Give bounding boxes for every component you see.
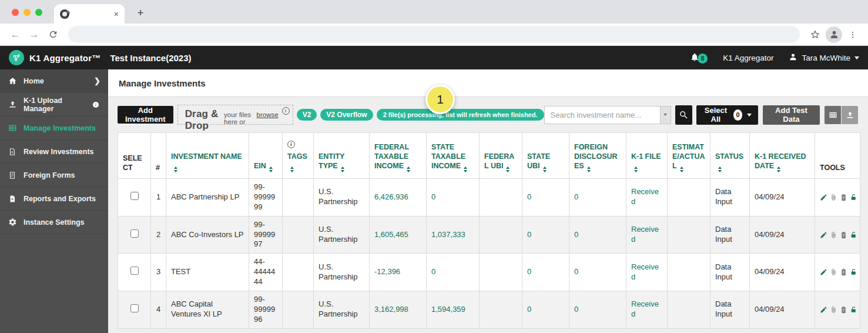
tags-info-icon[interactable]: i bbox=[287, 141, 295, 148]
edit-icon[interactable] bbox=[820, 194, 827, 201]
sidebar-item-reports-and-exports[interactable]: Reports and Exports bbox=[0, 187, 108, 211]
column-header-k1-file[interactable]: K-1 FILE bbox=[626, 133, 668, 179]
sidebar-item-k-1-upload-manager[interactable]: K-1 Upload Manager bbox=[0, 93, 108, 116]
browser-profile-avatar[interactable] bbox=[826, 26, 842, 43]
clipboard-icon[interactable] bbox=[840, 268, 847, 276]
cell-k1-received-date: 04/09/24 bbox=[750, 216, 815, 254]
column-header-select: SELECT bbox=[118, 133, 151, 179]
cell-entity-type: U.S. Partnership bbox=[314, 179, 370, 217]
clipboard-icon[interactable] bbox=[840, 231, 847, 239]
row-checkbox[interactable] bbox=[130, 192, 139, 200]
tab-close-icon[interactable]: × bbox=[114, 10, 119, 18]
row-checkbox[interactable] bbox=[130, 267, 139, 275]
unlock-icon[interactable] bbox=[850, 268, 857, 276]
search-input[interactable] bbox=[544, 106, 661, 124]
report-icon bbox=[8, 195, 17, 203]
column-label: STATE TAXABLE INCOME bbox=[431, 143, 465, 170]
add-investment-button[interactable]: Add Investment bbox=[118, 106, 173, 124]
v2-badge: V2 bbox=[297, 109, 317, 121]
add-test-data-button[interactable]: Add Test Data bbox=[763, 105, 820, 125]
clipboard-icon[interactable] bbox=[840, 306, 847, 314]
column-label: FEDERAL UBI bbox=[484, 152, 514, 170]
app-header: K1 Aggregator™ Test Instance(2023) 8 K1 … bbox=[0, 46, 868, 69]
unlock-icon[interactable] bbox=[850, 306, 857, 314]
home-icon bbox=[8, 76, 17, 85]
column-header-state-ubi[interactable]: STATE UBI bbox=[522, 133, 569, 179]
sort-icon bbox=[269, 166, 273, 172]
column-header-tags[interactable]: iTAGS bbox=[283, 133, 314, 179]
column-header-federal-taxable-income[interactable]: FEDERAL TAXABLE INCOME bbox=[370, 133, 427, 179]
column-header-estimate-actual[interactable]: ESTIMATE/ACTUAL bbox=[668, 133, 711, 179]
processing-status-badge: 2 file(s) processing, list will refresh … bbox=[377, 109, 544, 121]
column-header-ein[interactable]: EIN bbox=[249, 133, 283, 179]
column-label: K-1 FILE bbox=[631, 152, 661, 161]
more-icon[interactable] bbox=[860, 231, 860, 239]
browser-menu-icon[interactable] bbox=[844, 26, 861, 43]
browser-nav-bar: ← → bbox=[0, 24, 868, 46]
cell-status: Data Input bbox=[711, 254, 750, 291]
file-dropzone[interactable]: Drag & Drop your files here or browse i bbox=[177, 105, 293, 125]
dropzone-info-icon[interactable]: i bbox=[282, 107, 290, 115]
forward-icon[interactable]: → bbox=[26, 26, 42, 43]
cell-k1-file: Received bbox=[626, 216, 668, 254]
select-all-button[interactable]: Select All 0 bbox=[696, 105, 758, 125]
clipboard-icon[interactable] bbox=[840, 194, 847, 201]
info-icon bbox=[91, 101, 100, 108]
sort-icon bbox=[290, 166, 294, 172]
column-header-federal-ubi[interactable]: FEDERAL UBI bbox=[480, 133, 522, 179]
row-checkbox[interactable] bbox=[130, 304, 139, 312]
more-icon[interactable] bbox=[860, 194, 860, 201]
notifications-button[interactable]: 8 bbox=[690, 52, 708, 64]
column-header-k1-received-date[interactable]: K-1 RECEIVED DATE bbox=[750, 133, 815, 179]
window-maximize-button[interactable] bbox=[35, 9, 42, 16]
unlock-icon[interactable] bbox=[850, 231, 857, 239]
table-row: 3TEST44-4444444U.S. Partnership-12,39600… bbox=[118, 254, 860, 291]
cell-ein: 44-4444444 bbox=[249, 254, 283, 291]
attach-icon[interactable] bbox=[830, 194, 837, 201]
cell-state-taxable-income: 0 bbox=[427, 179, 480, 217]
new-tab-button[interactable]: + bbox=[133, 5, 148, 21]
cell-k1-received-date: 04/09/24 bbox=[750, 179, 815, 217]
bookmark-star-icon[interactable] bbox=[807, 26, 823, 43]
table-view-button[interactable] bbox=[825, 106, 841, 124]
attach-icon[interactable] bbox=[830, 231, 837, 239]
sidebar-item-label: Home bbox=[24, 77, 44, 85]
edit-icon[interactable] bbox=[820, 306, 827, 314]
sidebar-item-review-investments[interactable]: Review Investments bbox=[0, 140, 108, 164]
column-header-foreign-disclosures[interactable]: FOREIGN DISCLOSURES bbox=[569, 133, 626, 179]
search-options-dropdown[interactable] bbox=[661, 106, 671, 124]
sidebar-item-home[interactable]: Home❯ bbox=[0, 69, 108, 93]
selected-count-badge: 0 bbox=[733, 109, 742, 121]
reload-icon[interactable] bbox=[45, 26, 61, 43]
column-label: FEDERAL TAXABLE INCOME bbox=[374, 143, 409, 170]
search-button[interactable] bbox=[675, 105, 692, 125]
account-menu-link[interactable]: K1 Aggregator bbox=[723, 54, 773, 62]
more-icon[interactable] bbox=[860, 306, 860, 314]
sidebar-item-instance-settings[interactable]: Instance Settings bbox=[0, 211, 108, 234]
column-header-entity-type[interactable]: ENTITY TYPE bbox=[314, 133, 370, 179]
tab-favicon-icon bbox=[60, 9, 69, 19]
cell-federal-taxable-income: 3,162,998 bbox=[370, 291, 427, 329]
column-header-investment-name[interactable]: INVESTMENT NAME bbox=[166, 133, 249, 179]
unlock-icon[interactable] bbox=[850, 194, 857, 201]
row-checkbox[interactable] bbox=[130, 229, 139, 238]
table-icon bbox=[8, 124, 17, 132]
more-icon[interactable] bbox=[860, 268, 860, 276]
edit-icon[interactable] bbox=[820, 231, 827, 239]
user-menu[interactable]: Tara McWhite bbox=[789, 52, 859, 63]
upload-view-button[interactable] bbox=[842, 106, 858, 124]
sidebar-item-manage-investments[interactable]: Manage Investments bbox=[0, 116, 108, 140]
window-minimize-button[interactable] bbox=[24, 9, 31, 16]
attach-icon[interactable] bbox=[830, 268, 837, 276]
browser-tab[interactable]: × bbox=[54, 4, 125, 24]
back-icon[interactable]: ← bbox=[7, 26, 24, 43]
column-header-state-taxable-income[interactable]: STATE TAXABLE INCOME bbox=[427, 133, 480, 179]
sidebar-item-foreign-forms[interactable]: Foreign Forms bbox=[0, 164, 108, 187]
edit-icon[interactable] bbox=[820, 268, 827, 276]
attach-icon[interactable] bbox=[830, 306, 837, 314]
url-bar[interactable] bbox=[68, 26, 800, 43]
window-close-button[interactable] bbox=[12, 9, 19, 16]
column-header-status[interactable]: STATUS bbox=[711, 133, 750, 179]
notification-count-badge: 8 bbox=[698, 54, 708, 64]
browse-link[interactable]: browse bbox=[257, 111, 279, 118]
